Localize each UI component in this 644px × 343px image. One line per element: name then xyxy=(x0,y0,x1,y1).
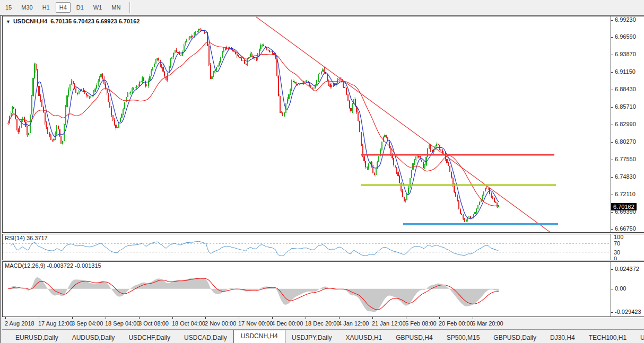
price-tick xyxy=(611,55,613,55)
price-axis-label: 6.91150 xyxy=(615,68,636,75)
rsi-axis: 10070300 xyxy=(611,234,644,260)
price-tick xyxy=(611,72,613,73)
date-tick xyxy=(239,317,239,319)
date-axis-label: 2 Nov 00:00 xyxy=(205,320,236,327)
date-axis: 2 Aug 201817 Aug 12:003 Sep 04:0018 Sep … xyxy=(2,317,644,329)
date-tick xyxy=(39,317,39,319)
price-axis-label: 6.74830 xyxy=(615,173,636,180)
tab-ukc[interactable]: UKC xyxy=(633,332,644,343)
date-tick xyxy=(172,317,173,319)
tab-gbpusd-daily[interactable]: GBPUSD,Daily xyxy=(486,332,543,343)
macd-axis-label: 0.00 xyxy=(615,285,626,292)
price-chart-plot[interactable]: ▼USDCNH,H4 6.70135 6.70423 6.69923 6.701… xyxy=(3,16,611,232)
price-tick xyxy=(611,212,613,213)
symbol-tabbar: EURUSD,DailyAUDUSD,DailyUSDCHF,DailyUSDC… xyxy=(2,329,644,343)
timeframe-button-15[interactable]: 15 xyxy=(2,2,15,13)
macd-axis-label: -0.029423 xyxy=(615,309,641,315)
timeframe-button-h4[interactable]: H4 xyxy=(56,2,71,13)
price-tick xyxy=(611,20,613,21)
price-axis-label: 6.72110 xyxy=(615,191,636,197)
date-tick xyxy=(106,317,106,319)
macd-axis: 0.0243720.00-0.029423 xyxy=(611,262,644,316)
date-axis-label: 20 Feb 00:00 xyxy=(439,320,473,327)
macd-tick xyxy=(611,289,613,289)
timeframe-toolbar: 15M30H1H4D1W1MN xyxy=(0,0,644,15)
tab-audusd-daily[interactable]: AUDUSD,Daily xyxy=(65,332,122,343)
candlestick-chart xyxy=(3,16,611,232)
price-axis-label: 6.80270 xyxy=(615,138,636,145)
price-axis-label: 6.99230 xyxy=(615,16,636,23)
price-tick xyxy=(611,37,613,38)
tab-eurusd-daily[interactable]: EURUSD,Daily xyxy=(8,332,65,343)
tab-tech100-h1[interactable]: TECH100,H1 xyxy=(582,332,633,343)
tab-usdjpy-daily[interactable]: USDJPY,Daily xyxy=(285,332,339,343)
tab-sp500-m15[interactable]: SP500,M15 xyxy=(440,332,487,343)
timeframe-button-m30[interactable]: M30 xyxy=(18,2,36,13)
price-axis-label: 6.93870 xyxy=(615,51,636,57)
timeframe-button-mn[interactable]: MN xyxy=(108,2,124,13)
date-axis-label: 21 Jan 12:00 xyxy=(372,320,406,327)
toolbar-separator xyxy=(129,2,130,13)
timeframe-button-h1[interactable]: H1 xyxy=(39,2,54,13)
price-axis-label: 6.96590 xyxy=(615,33,636,40)
price-tick xyxy=(611,107,613,108)
date-axis-label: 3 Oct 08:00 xyxy=(138,320,169,327)
tab-gbpusd-h4[interactable]: GBPUSD,H4 xyxy=(389,332,439,343)
price-tick xyxy=(611,160,613,160)
price-tick xyxy=(611,125,613,125)
date-tick xyxy=(72,317,73,319)
tab-usdcnh-h4[interactable]: USDCNH,H4 xyxy=(233,330,285,343)
date-axis-label: 6 Mar 20:00 xyxy=(472,320,503,327)
rsi-panel: RSI(14) 36.3717 10070300 xyxy=(2,234,644,260)
date-axis-label: 3 Sep 04:00 xyxy=(72,320,103,327)
macd-panel: MACD(12,26,9) -0.003722 -0.001315 0.0243… xyxy=(2,261,644,317)
date-tick xyxy=(439,317,440,319)
date-tick xyxy=(372,317,373,319)
current-price-tag: 6.70162 xyxy=(611,203,637,210)
rsi-axis-label: 70 xyxy=(614,240,620,247)
date-tick xyxy=(205,317,206,319)
date-axis-label: 4 Jan 12:00 xyxy=(338,320,369,327)
rsi-axis-label: 0 xyxy=(614,256,617,260)
rsi-axis-label: 100 xyxy=(614,234,623,240)
price-axis-label: 6.82990 xyxy=(615,121,636,127)
timeframe-button-w1[interactable]: W1 xyxy=(90,2,106,13)
main-chart-panel: ▼USDCNH,H4 6.70135 6.70423 6.69923 6.701… xyxy=(2,16,644,233)
macd-plot[interactable]: MACD(12,26,9) -0.003722 -0.001315 xyxy=(3,262,611,316)
date-axis-label: 17 Nov 00:00 xyxy=(238,320,273,327)
price-axis-label: 6.77550 xyxy=(615,156,636,162)
date-tick xyxy=(306,317,306,319)
chart-title: ▼USDCNH,H4 6.70135 6.70423 6.69923 6.701… xyxy=(6,18,140,24)
date-tick xyxy=(139,317,140,319)
date-axis-label: 17 Aug 12:00 xyxy=(38,320,73,327)
date-tick xyxy=(406,317,406,319)
chart-window: ▼USDCNH,H4 6.70135 6.70423 6.69923 6.701… xyxy=(0,15,644,343)
date-tick xyxy=(339,317,340,319)
macd-axis-label: 0.024372 xyxy=(615,266,639,272)
macd-tick xyxy=(611,312,613,313)
rsi-label: RSI(14) 36.3717 xyxy=(5,235,48,241)
date-tick xyxy=(5,317,6,319)
chart-ohlc-values: 6.70135 6.70423 6.69923 6.70162 xyxy=(50,18,140,24)
date-axis-label: 18 Dec 20:00 xyxy=(305,320,340,327)
price-tick xyxy=(611,229,613,230)
rsi-plot[interactable]: RSI(14) 36.3717 xyxy=(3,234,611,260)
macd-label: MACD(12,26,9) -0.003722 -0.001315 xyxy=(5,262,101,269)
tab-usdcad-daily[interactable]: USDCAD,Daily xyxy=(177,332,234,343)
date-tick xyxy=(272,317,273,319)
price-tick xyxy=(611,177,613,178)
price-axis-label: 6.85710 xyxy=(615,103,636,110)
chart-symbol: USDCNH,H4 xyxy=(13,18,47,24)
tab-dj30-h4[interactable]: DJ30,H4 xyxy=(543,332,582,343)
chart-dropdown-icon[interactable]: ▼ xyxy=(6,19,11,24)
date-axis-label: 18 Oct 04:00 xyxy=(172,320,205,327)
date-axis-label: 4 Dec 00:00 xyxy=(272,320,303,327)
tab-xauusd-h1[interactable]: XAUUSD,H1 xyxy=(339,332,389,343)
rsi-line-chart xyxy=(3,234,611,260)
tab-usdchf-daily[interactable]: USDCHF,Daily xyxy=(121,332,177,343)
price-axis-label: 6.88430 xyxy=(615,86,636,92)
date-axis-label: 5 Feb 08:00 xyxy=(405,320,437,327)
price-tick xyxy=(611,90,613,90)
timeframe-button-d1[interactable]: D1 xyxy=(73,2,88,13)
price-axis: 6.992306.965906.938706.911506.884306.857… xyxy=(611,16,644,232)
